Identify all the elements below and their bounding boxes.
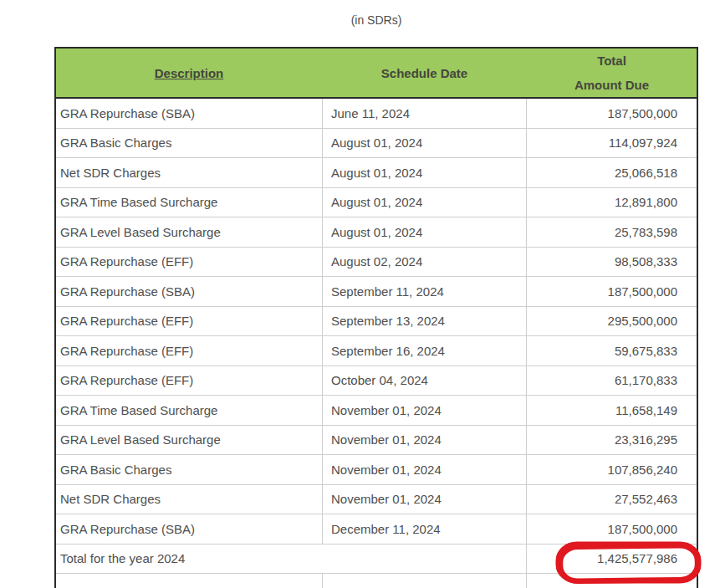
- table-row: GRA Level Based Surcharge November 01, 2…: [56, 426, 697, 456]
- cell-description: GRA Time Based Surcharge: [56, 396, 323, 425]
- table-row: GRA Repurchase (EFF) September 13, 2024 …: [56, 307, 697, 337]
- cell-description: Net SDR Charges: [56, 158, 323, 187]
- table-total-row: Total for the year 2024 1,425,577,986: [56, 545, 697, 575]
- cell-amount-due: 295,500,000: [527, 307, 697, 336]
- table-row: GRA Repurchase (EFF) September 16, 2024 …: [56, 336, 697, 366]
- table-row: GRA Time Based Surcharge November 01, 20…: [56, 396, 697, 426]
- cell-amount-due: 98,508,333: [527, 248, 697, 277]
- cell-amount-due: 187,500,000: [527, 99, 697, 128]
- column-header-total-amount-due: Total Amount Due: [527, 49, 697, 97]
- column-header-schedule-date: Schedule Date: [322, 49, 527, 97]
- table-body: GRA Repurchase (SBA) June 11, 2024 187,5…: [54, 99, 698, 588]
- table-row: GRA Repurchase (SBA) June 11, 2024 187,5…: [56, 99, 697, 129]
- cell-schedule-date: October 04, 2024: [323, 366, 527, 396]
- cell-total-label: Total for the year 2024: [56, 545, 527, 574]
- cell-schedule-date: September 16, 2024: [323, 336, 527, 366]
- cell-description: GRA Repurchase (SBA): [56, 99, 323, 128]
- table-row: GRA Level Based Surcharge August 01, 202…: [56, 217, 697, 248]
- table-header-row: Description Schedule Date Total Amount D…: [54, 47, 698, 99]
- cell-schedule-date: November 01, 2024: [323, 485, 527, 514]
- cell-schedule-date: December 11, 2024: [323, 514, 527, 544]
- column-header-description-label: Description: [155, 66, 224, 80]
- cell-schedule-date: August 01, 2024: [323, 158, 527, 187]
- table-row: GRA Repurchase (SBA) December 11, 2024 1…: [56, 514, 697, 545]
- cell-total-amount-due: 1,425,577,986: [527, 545, 697, 574]
- cell-description: GRA Repurchase (EFF): [56, 366, 323, 396]
- cell-amount-due: 23,316,295: [527, 426, 697, 455]
- cell-description: GRA Level Based Surcharge: [56, 426, 323, 455]
- cell-amount-due: 59,675,833: [527, 336, 697, 366]
- column-header-schedule-date-label: Schedule Date: [381, 66, 467, 80]
- cell-description: GRA Repurchase (EFF): [56, 248, 323, 277]
- cell-amount-due: 187,500,000: [527, 514, 697, 544]
- cell-description: GRA Repurchase (SBA): [56, 277, 323, 306]
- cell-schedule-date: September 11, 2024: [323, 277, 527, 306]
- payments-schedule-table: Description Schedule Date Total Amount D…: [54, 47, 698, 588]
- table-row: Net SDR Charges August 01, 2024 25,066,5…: [56, 158, 697, 188]
- cell-schedule-date: August 01, 2024: [323, 188, 527, 217]
- cell-description: GRA Basic Charges: [56, 455, 323, 484]
- cell-schedule-date: August 02, 2024: [323, 248, 527, 277]
- cell-schedule-date: August 01, 2024: [323, 129, 527, 158]
- table-row: GRA Repurchase (SBA) September 11, 2024 …: [56, 277, 697, 307]
- table-row: GRA Basic Charges August 01, 2024 114,09…: [56, 129, 697, 159]
- table-row: GRA Repurchase (EFF) August 02, 2024 98,…: [56, 248, 697, 278]
- cell-amount-due: 27,552,463: [527, 485, 697, 514]
- cell-description: GRA Time Based Surcharge: [56, 188, 323, 217]
- cell-description: GRA Repurchase (EFF): [56, 336, 323, 366]
- table-row: GRA Time Based Surcharge August 01, 2024…: [56, 188, 697, 218]
- cell-amount-due: 25,783,598: [527, 217, 697, 247]
- cell-amount-due: 61,170,833: [527, 366, 697, 396]
- cell-amount-due: 12,891,800: [527, 188, 697, 217]
- cell-amount-due: 114,097,924: [527, 129, 697, 158]
- cell-schedule-date: November 01, 2024: [323, 455, 527, 484]
- table-row: Net SDR Charges November 01, 2024 27,552…: [56, 485, 697, 515]
- table-partial-row: [56, 574, 697, 588]
- cell-description: Net SDR Charges: [56, 485, 323, 514]
- cell-schedule-date: November 01, 2024: [323, 426, 527, 455]
- cell-amount-due: 25,066,518: [527, 158, 697, 187]
- cell-amount-due: 187,500,000: [527, 277, 697, 306]
- cell-description: GRA Repurchase (SBA): [56, 514, 323, 544]
- cell-amount-due: 11,658,149: [527, 396, 697, 425]
- column-header-description[interactable]: Description: [56, 49, 322, 97]
- table-row: GRA Repurchase (EFF) October 04, 2024 61…: [56, 366, 697, 396]
- table-caption: (in SDRs): [54, 13, 698, 27]
- cell-schedule-date: November 01, 2024: [323, 396, 527, 425]
- cell-description: GRA Repurchase (EFF): [56, 307, 323, 336]
- cell-amount-due: 107,856,240: [527, 455, 697, 484]
- column-header-total-line2: Amount Due: [574, 73, 649, 97]
- column-header-total-line1: Total: [597, 49, 626, 73]
- table-rows-container: GRA Repurchase (SBA) June 11, 2024 187,5…: [56, 99, 697, 545]
- cell-description: GRA Level Based Surcharge: [56, 217, 323, 247]
- table-row: GRA Basic Charges November 01, 2024 107,…: [56, 455, 697, 485]
- cell-schedule-date: September 13, 2024: [323, 307, 527, 336]
- cell-description: GRA Basic Charges: [56, 129, 323, 158]
- cell-schedule-date: June 11, 2024: [323, 99, 527, 128]
- cell-schedule-date: August 01, 2024: [323, 217, 527, 247]
